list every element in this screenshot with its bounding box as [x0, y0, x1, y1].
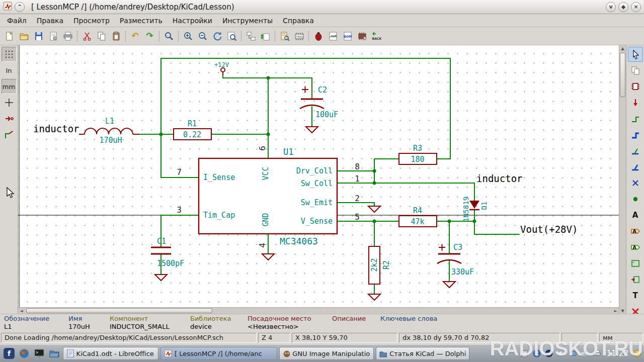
save-schematic-button[interactable]: [31, 29, 46, 43]
copy-button[interactable]: [94, 29, 109, 43]
hv-wires-button[interactable]: [2, 127, 17, 142]
bom-button[interactable]: BOM: [340, 29, 355, 43]
horizontal-scrollbar[interactable]: ◄ ►: [18, 307, 619, 314]
no-connect-button[interactable]: [628, 175, 643, 191]
back-annotate-button[interactable]: BACK: [369, 29, 384, 43]
bluetooth-icon[interactable]: [533, 349, 541, 357]
menu-edit[interactable]: Правка: [32, 15, 68, 26]
place-bus-button[interactable]: [628, 127, 643, 142]
find-button[interactable]: [162, 29, 176, 43]
print-button[interactable]: [60, 29, 75, 43]
select-tool-button[interactable]: [628, 47, 643, 62]
cursor-shape-button[interactable]: [2, 95, 17, 110]
zoom-out-button[interactable]: [195, 29, 210, 43]
component-C3[interactable]: C3 330uF: [437, 243, 474, 277]
units-inch-button[interactable]: In: [2, 63, 17, 78]
place-power-port-button[interactable]: [628, 95, 643, 110]
component-C1[interactable]: C1 1500pF: [151, 237, 184, 268]
terminal-launcher[interactable]: [33, 347, 46, 360]
import-sheet-pin-button[interactable]: [628, 272, 643, 287]
scroll-right-arrow[interactable]: ►: [612, 308, 619, 314]
hscroll-thumb[interactable]: [26, 308, 212, 313]
printer-tray-icon[interactable]: [593, 349, 602, 358]
volume-icon[interactable]: [557, 349, 565, 357]
zoom-in-button[interactable]: [181, 29, 195, 43]
run-cvpcb-button[interactable]: [355, 29, 369, 43]
keyboard-layout-indicator[interactable]: en: [581, 350, 589, 357]
component-R3[interactable]: R3 180: [399, 144, 437, 164]
vertical-scrollbar[interactable]: ▲ ▼: [619, 45, 626, 314]
place-text-button[interactable]: T: [628, 288, 643, 303]
grid-toggle-button[interactable]: [2, 47, 17, 62]
schematic-svg[interactable]: +12V L1 170uH R1 0.22: [18, 45, 619, 307]
close-button[interactable]: ×: [631, 2, 641, 12]
place-hierarchical-sheet-button[interactable]: [628, 256, 643, 271]
component-U1[interactable]: U1 MC34063 I_Sense Tim_Cap VCC GND Drv_C…: [177, 146, 360, 248]
menu-view[interactable]: Просмотр: [68, 15, 115, 26]
wire-to-bus-entry-button[interactable]: [628, 143, 643, 158]
place-junction-button[interactable]: [628, 192, 643, 207]
task-dolphin[interactable]: Статья KiCad — Dolphin: [376, 347, 469, 360]
component-L1[interactable]: L1 170uH: [79, 117, 139, 145]
menu-place[interactable]: Разместить: [115, 15, 168, 26]
scissors-icon: [82, 31, 93, 42]
schematic-canvas[interactable]: +12V L1 170uH R1 0.22: [18, 45, 619, 314]
units-mm-button[interactable]: mm: [2, 79, 17, 94]
menu-tools[interactable]: Инструменты: [217, 15, 278, 26]
task-libreoffice[interactable]: KiCad1.odt - LibreOffice W: [63, 347, 158, 360]
place-net-label-button[interactable]: A: [628, 208, 643, 223]
cut-button[interactable]: [79, 29, 94, 43]
schematic-sheet[interactable]: +12V L1 170uH R1 0.22: [18, 45, 619, 307]
start-menu-button[interactable]: f: [3, 347, 16, 360]
scroll-left-arrow[interactable]: ◄: [18, 308, 25, 314]
hp-tray-icon[interactable]: hp: [545, 349, 553, 357]
task-kicad[interactable]: [ LessonMCP /] (/home/anc: [160, 347, 277, 360]
library-browser-button[interactable]: [277, 29, 292, 43]
net-label-inductor-left[interactable]: inductor: [33, 123, 79, 134]
component-C2[interactable]: C2 100uF: [300, 85, 338, 119]
place-wire-button[interactable]: [628, 111, 643, 126]
hidden-pins-button[interactable]: [2, 111, 17, 126]
library-editor-button[interactable]: 7402: [292, 29, 306, 43]
menu-file[interactable]: Файл: [2, 15, 32, 26]
power-port-12v[interactable]: +12V: [214, 61, 229, 75]
bus-to-bus-entry-button[interactable]: [628, 159, 643, 174]
panel-cashew-icon[interactable]: [633, 349, 641, 357]
files-launcher[interactable]: [48, 347, 61, 360]
leave-sheet-button[interactable]: [258, 29, 273, 43]
paste-button[interactable]: [109, 29, 123, 43]
undo-button[interactable]: ↶: [128, 29, 142, 43]
clock[interactable]: 11:22: [607, 349, 628, 358]
vscroll-thumb[interactable]: [620, 53, 625, 97]
scroll-up-arrow[interactable]: ▲: [619, 45, 626, 51]
menu-help[interactable]: Справка: [278, 15, 319, 26]
maximize-button[interactable]: ◆: [618, 2, 628, 12]
browser-launcher[interactable]: [18, 347, 31, 360]
netlist-button[interactable]: .net: [326, 29, 340, 43]
menu-preferences[interactable]: Настройки: [168, 15, 217, 26]
shade-button[interactable]: ^: [15, 2, 25, 12]
place-hierarchical-label-button[interactable]: A: [628, 240, 643, 255]
redo-button[interactable]: ↷: [142, 29, 157, 43]
erc-check-button[interactable]: [311, 29, 326, 43]
net-label-vout[interactable]: Vout(+28V): [520, 224, 578, 235]
page-settings-button[interactable]: [46, 29, 60, 43]
place-component-button[interactable]: [628, 79, 643, 94]
klipper-icon[interactable]: [521, 349, 529, 357]
task-gimp[interactable]: GNU Image Manipulation P: [279, 347, 374, 360]
redraw-view-button[interactable]: [210, 29, 224, 43]
new-schematic-button[interactable]: [2, 29, 17, 43]
component-R4[interactable]: R4 47k: [399, 206, 437, 227]
component-R2[interactable]: 2k2 R2: [369, 246, 391, 284]
hierarchy-navigator-button[interactable]: [244, 29, 258, 43]
device-notifier-icon[interactable]: [569, 349, 577, 357]
net-label-inductor-right[interactable]: inductor: [476, 173, 523, 184]
scroll-down-arrow[interactable]: ▼: [619, 308, 626, 314]
titlebar: ^ [ LessonMCP /] (/home/andrey/Desktop/K…: [0, 0, 644, 14]
component-R1[interactable]: R1 0.22: [174, 119, 211, 140]
hierarchy-sheets-button[interactable]: [628, 63, 643, 78]
minimize-button[interactable]: v: [606, 2, 616, 12]
zoom-fit-button[interactable]: [224, 29, 239, 43]
place-global-label-button[interactable]: A: [628, 224, 643, 239]
open-schematic-button[interactable]: [17, 29, 31, 43]
